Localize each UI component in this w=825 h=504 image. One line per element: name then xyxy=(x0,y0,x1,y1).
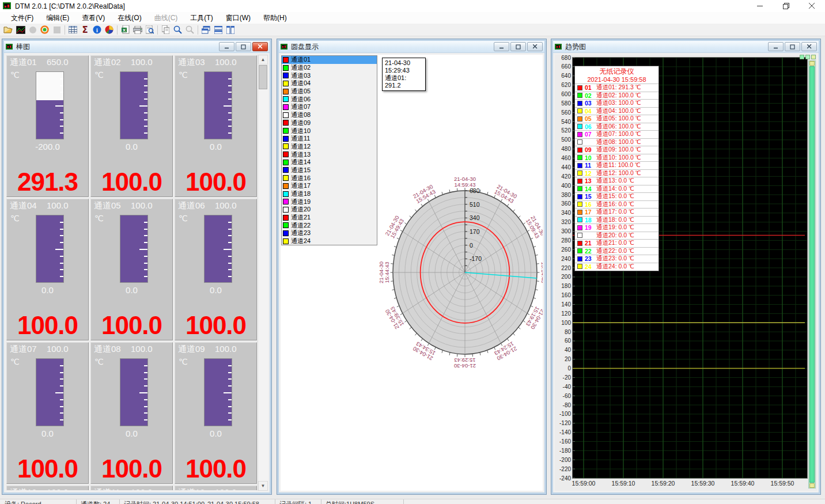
channel-list-item[interactable]: 通道09 xyxy=(282,119,377,127)
channel-color-swatch xyxy=(577,132,582,137)
menu-item[interactable]: 窗口(W) xyxy=(220,12,257,24)
disk-window-titlebar[interactable]: 圆盘显示 xyxy=(279,41,544,53)
minimize-button[interactable] xyxy=(768,42,784,51)
menu-item[interactable]: 查看(V) xyxy=(75,12,111,24)
channel-color-swatch xyxy=(283,199,289,204)
range-max: 100.0 xyxy=(131,200,153,211)
channel-list-item[interactable]: 通道08 xyxy=(282,111,377,119)
restore-button[interactable] xyxy=(510,42,526,51)
y-tick-label: 260 xyxy=(555,247,571,253)
menu-item[interactable]: 编辑(E) xyxy=(40,12,75,24)
close-button[interactable] xyxy=(801,42,817,51)
menu-item[interactable]: 工具(T) xyxy=(184,12,219,24)
bar-gauge xyxy=(120,215,148,283)
channel-list-item[interactable]: 通道04 xyxy=(282,79,377,88)
connect-disabled-icon xyxy=(29,26,37,34)
channel-list-item[interactable]: 通道10 xyxy=(282,127,377,135)
trend-scrollbar[interactable] xyxy=(808,60,816,488)
bar-gauge xyxy=(204,215,232,283)
statistics-sigma-button[interactable]: Σ xyxy=(79,24,91,36)
record-button[interactable] xyxy=(39,24,51,36)
channel-color-swatch xyxy=(283,230,289,236)
chart-view-button[interactable] xyxy=(14,24,27,36)
scrollbar-thumb[interactable] xyxy=(809,66,815,483)
channel-list-item[interactable]: 通道07 xyxy=(282,103,377,111)
channel-value: 100.0 xyxy=(7,456,88,482)
range-min: 0.0 xyxy=(7,429,88,438)
channel-color-swatch xyxy=(577,124,582,129)
toolbar: Σ i X xyxy=(0,24,825,36)
channel-list-item[interactable]: 通道02 xyxy=(282,64,377,72)
close-button[interactable] xyxy=(799,0,825,12)
channel-color-swatch xyxy=(283,175,289,181)
bar-gauge-cell: 通道07100.0℃0.0100.0 xyxy=(6,342,89,484)
bar-window-titlebar[interactable]: 棒图 xyxy=(4,41,270,53)
legend-entry: 17通道17: 0.0 ℃ xyxy=(575,208,659,216)
window-cascade-button[interactable] xyxy=(200,24,212,36)
close-icon xyxy=(809,3,815,9)
pie-chart-button[interactable] xyxy=(103,24,115,36)
y-tick-label: 540 xyxy=(555,119,571,125)
close-button[interactable] xyxy=(252,42,268,51)
menu-item[interactable]: 帮助(H) xyxy=(257,12,293,24)
channel-color-swatch xyxy=(577,217,582,222)
zoom-in-button[interactable] xyxy=(172,24,184,36)
channel-reading: 通道01: 291.3 ℃ xyxy=(596,84,641,92)
bar-gauge-cell: 通道08100.0℃0.0100.0 xyxy=(90,342,173,484)
restore-button[interactable] xyxy=(785,42,800,51)
minimize-button[interactable] xyxy=(747,0,773,12)
channel-name: 通道06 xyxy=(178,200,210,211)
scrollbar-thumb[interactable] xyxy=(259,65,267,89)
scroll-down-icon[interactable]: ▼ xyxy=(258,481,268,491)
channel-list-item[interactable]: 通道13 xyxy=(282,150,377,158)
restore-button[interactable] xyxy=(773,0,799,12)
menu-item[interactable]: 在线(O) xyxy=(111,12,147,24)
minimize-button[interactable] xyxy=(494,42,509,51)
scroll-up-button[interactable] xyxy=(809,61,815,66)
y-tick-label: 460 xyxy=(555,155,571,161)
print-button[interactable] xyxy=(131,24,143,36)
x-tick-label: 15:59:50 xyxy=(767,480,798,487)
mini-button-icon[interactable] xyxy=(811,55,816,59)
channel-list-item[interactable]: 通道01 xyxy=(282,56,377,64)
channel-list-item[interactable]: 通道05 xyxy=(282,88,377,96)
chart-view-icon xyxy=(16,26,25,34)
channel-value: 100.0 xyxy=(91,169,172,195)
print-preview-button[interactable] xyxy=(143,24,156,36)
open-file-button[interactable] xyxy=(2,24,14,36)
channel-list-item[interactable]: 通道06 xyxy=(282,95,377,103)
y-tick-label: 100 xyxy=(555,320,571,326)
menu-item[interactable]: 文件(F) xyxy=(5,12,40,24)
channel-number: 01 xyxy=(585,84,594,91)
channel-list-item[interactable]: 通道11 xyxy=(282,135,377,143)
close-button[interactable] xyxy=(527,42,543,51)
svg-text:0: 0 xyxy=(470,242,473,249)
bar-window-scrollbar[interactable]: ▲ ▼ xyxy=(258,55,268,491)
scroll-down-button[interactable] xyxy=(809,483,815,488)
zoom-out-disabled-icon xyxy=(186,25,194,34)
mini-button-icon[interactable] xyxy=(800,55,804,59)
window-tile-horizontal-button[interactable] xyxy=(212,24,224,36)
info-button[interactable]: i xyxy=(91,24,103,36)
channel-list-item[interactable]: 通道03 xyxy=(282,71,377,79)
restore-button[interactable] xyxy=(236,42,251,51)
mini-button-icon[interactable] xyxy=(805,55,810,59)
window-tile-vertical-button[interactable] xyxy=(224,24,236,36)
status-separator xyxy=(119,499,120,504)
tooltip-line: 21-04-30 xyxy=(385,59,423,67)
export-excel-button[interactable]: X xyxy=(119,24,131,36)
toolbar-separator xyxy=(117,25,118,35)
range-max: 100.0 xyxy=(215,200,237,211)
channel-list-item[interactable]: 通道12 xyxy=(282,143,377,151)
trend-window-titlebar[interactable]: 趋势图 xyxy=(553,41,819,53)
copy-button[interactable] xyxy=(160,24,172,36)
data-table-button[interactable] xyxy=(67,24,79,36)
scroll-up-icon[interactable]: ▲ xyxy=(258,55,268,65)
legend-entry: 16通道16: 0.0 ℃ xyxy=(575,200,659,209)
status-separator xyxy=(403,499,404,504)
trend-zoom-buttons[interactable] xyxy=(800,55,816,59)
unit-label: ℃ xyxy=(94,70,104,79)
minimize-button[interactable] xyxy=(219,42,234,51)
channel-color-swatch xyxy=(577,147,582,153)
channel-reading: 通道13: 0.0 ℃ xyxy=(596,177,634,185)
